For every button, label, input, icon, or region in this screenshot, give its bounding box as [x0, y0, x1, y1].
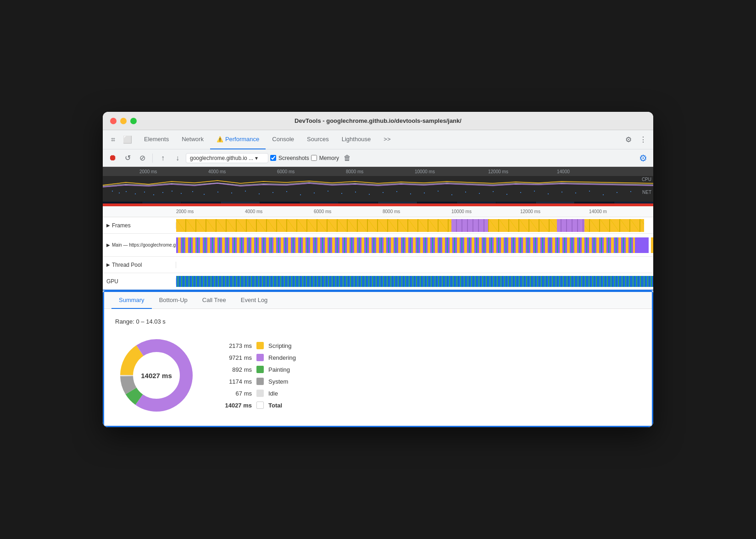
tab-lighthouse[interactable]: Lighthouse	[335, 130, 378, 149]
svg-rect-39	[603, 194, 604, 195]
rendering-label: Rendering	[268, 354, 296, 361]
download-button[interactable]: ↓	[171, 152, 184, 165]
tick-10000: 10000 ms	[451, 209, 472, 214]
tab-call-tree[interactable]: Call Tree	[195, 292, 233, 309]
svg-rect-57	[635, 237, 649, 253]
memory-checkbox[interactable]	[311, 155, 317, 161]
legend-row-idle: 67 ms Idle	[220, 390, 296, 397]
svg-rect-50	[557, 219, 584, 232]
svg-rect-34	[534, 191, 535, 192]
minimize-button[interactable]	[120, 118, 127, 124]
ruler-mark-10000: 10000 ms	[415, 169, 435, 174]
svg-rect-6	[162, 192, 163, 193]
system-value: 1174 ms	[220, 378, 252, 385]
frames-label: ▶ Frames	[103, 222, 176, 229]
svg-rect-16	[286, 191, 287, 192]
svg-rect-47	[176, 219, 451, 232]
tab-console[interactable]: Console	[266, 130, 300, 149]
summary-content: 14027 ms 2173 ms Scripting 9721 ms Rende…	[115, 334, 641, 417]
donut-chart: 14027 ms	[115, 334, 198, 417]
tab-performance[interactable]: Performance	[210, 130, 266, 149]
tab-bottom-up[interactable]: Bottom-Up	[152, 292, 195, 309]
ruler-mark-14000: 14000	[557, 169, 570, 174]
range-text: Range: 0 – 14.03 s	[115, 318, 641, 325]
screenshot-thumb	[575, 202, 614, 204]
svg-rect-9	[192, 191, 193, 192]
painting-color	[256, 366, 264, 373]
svg-rect-32	[506, 194, 507, 195]
idle-value: 67 ms	[220, 390, 252, 397]
svg-rect-37	[575, 192, 576, 193]
upload-button[interactable]: ↑	[156, 152, 169, 165]
tab-summary[interactable]: Summary	[111, 292, 152, 309]
tab-elements[interactable]: Elements	[138, 130, 175, 149]
select-element-icon[interactable]: ⌗	[106, 133, 119, 146]
screenshots-label: Screenshots	[278, 155, 309, 161]
main-label: ▶ Main — https://googlechrome.github.io/…	[103, 242, 176, 248]
total-value: 14027 ms	[220, 402, 252, 409]
record-button[interactable]: ⏺	[106, 152, 119, 165]
gpu-label-text: GPU	[106, 278, 118, 285]
main-track: ▶ Main — https://googlechrome.github.io/…	[103, 234, 653, 257]
screenshot-thumb	[221, 202, 260, 204]
tick-12000: 12000 ms	[520, 209, 540, 214]
frames-chart	[176, 217, 653, 233]
svg-rect-38	[589, 191, 590, 192]
gpu-content	[176, 273, 653, 289]
svg-rect-4	[144, 192, 145, 192]
frames-expand-icon[interactable]: ▶	[106, 223, 110, 228]
svg-rect-27	[438, 191, 439, 192]
tick-4000: 4000 ms	[245, 209, 262, 214]
svg-rect-41	[630, 191, 631, 192]
reload-record-button[interactable]: ↺	[121, 152, 134, 165]
svg-rect-5	[153, 194, 154, 195]
screenshot-thumb	[182, 202, 221, 204]
bottom-tabs: Summary Bottom-Up Call Tree Event Log	[104, 292, 652, 309]
total-color	[256, 402, 264, 409]
tab-more[interactable]: >>	[377, 130, 397, 149]
legend-row-rendering: 9721 ms Rendering	[220, 354, 296, 361]
thread-pool-expand-icon[interactable]: ▶	[106, 262, 110, 267]
main-content	[176, 234, 653, 256]
thread-pool-content	[176, 257, 653, 273]
screenshot-thumb	[536, 202, 575, 204]
nav-tabs-bar: ⌗ ⬜ Elements Network Performance Console…	[103, 130, 653, 149]
tab-sources[interactable]: Sources	[300, 130, 335, 149]
gpu-label: GPU	[103, 278, 176, 285]
tab-network[interactable]: Network	[175, 130, 210, 149]
ruler-mark-12000: 12000 ms	[488, 169, 508, 174]
painting-value: 892 ms	[220, 366, 252, 373]
main-expand-icon[interactable]: ▶	[106, 242, 110, 248]
clear-button[interactable]: ⊘	[136, 152, 149, 165]
thread-pool-label: ▶ Thread Pool	[103, 262, 176, 268]
tick-6000: 6000 ms	[314, 209, 331, 214]
svg-rect-8	[181, 193, 182, 194]
screenshots-checkbox[interactable]	[270, 155, 276, 161]
net-chart: NET	[103, 189, 653, 202]
svg-rect-19	[328, 191, 328, 192]
svg-rect-12	[231, 192, 232, 193]
svg-rect-36	[561, 192, 562, 192]
nav-left-icons: ⌗ ⬜	[106, 133, 134, 146]
legend-row-system: 1174 ms System	[220, 378, 296, 385]
svg-rect-23	[383, 192, 384, 193]
settings-performance-icon[interactable]: ⚙	[637, 152, 650, 165]
url-filter[interactable]: googlechrome.github.io ... ▾	[186, 153, 268, 163]
more-options-icon[interactable]: ⋮	[637, 133, 650, 146]
device-toolbar-icon[interactable]: ⬜	[121, 133, 134, 146]
ruler-mark-4000: 4000 ms	[208, 169, 226, 174]
url-filter-dropdown-icon: ▾	[255, 155, 258, 161]
tab-event-log[interactable]: Event Log	[233, 292, 275, 309]
close-button[interactable]	[110, 118, 117, 124]
main-label-text: Main — https://googlechrome.github.io/de…	[112, 242, 176, 248]
total-label: Total	[268, 402, 282, 409]
svg-rect-14	[259, 193, 260, 194]
settings-icon[interactable]: ⚙	[622, 133, 635, 146]
svg-rect-10	[204, 194, 205, 195]
gpu-track: GPU	[103, 273, 653, 290]
screenshots-checkbox-label[interactable]: Screenshots	[270, 155, 309, 161]
memory-checkbox-label[interactable]: Memory	[311, 155, 339, 161]
maximize-button[interactable]	[130, 118, 137, 124]
collect-garbage-icon[interactable]: 🗑	[341, 152, 354, 165]
window-title: DevTools - googlechrome.github.io/devtoo…	[295, 117, 461, 124]
